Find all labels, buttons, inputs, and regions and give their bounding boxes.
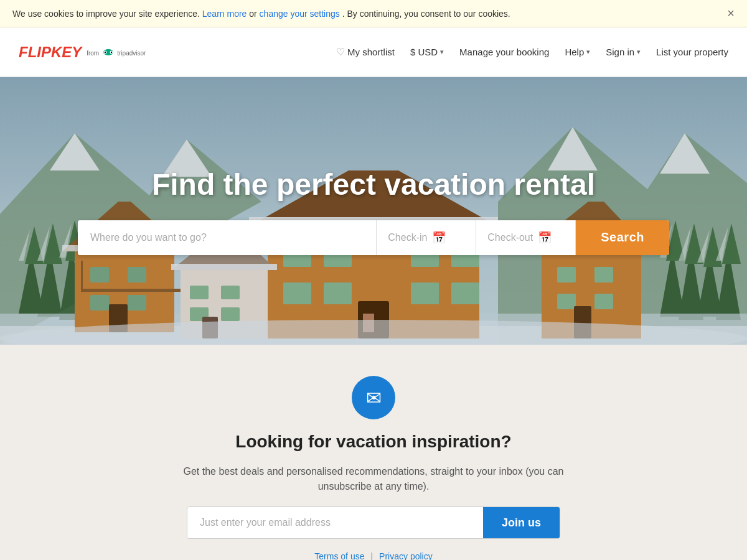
manage-booking-label: Manage your booking	[459, 47, 549, 57]
privacy-policy-link[interactable]: Privacy policy	[379, 551, 433, 560]
logo-flip: FLIP	[19, 44, 51, 61]
search-bar: Check-in 📅 Check-out 📅 Search	[78, 220, 669, 255]
learn-more-link[interactable]: Learn more	[202, 9, 247, 19]
destination-input[interactable]	[78, 220, 377, 255]
list-property-link[interactable]: List your property	[656, 47, 728, 57]
cookie-close-button[interactable]: ×	[727, 6, 735, 21]
checkout-calendar-icon: 📅	[538, 231, 552, 245]
shortlist-label: My shortlist	[347, 47, 395, 57]
email-input[interactable]	[187, 507, 483, 538]
heart-icon: ♡	[336, 46, 345, 58]
nav: ♡ My shortlist $ USD ▾ Manage your booki…	[336, 46, 728, 58]
hero-title: Find the perfect vacation rental	[152, 167, 595, 202]
svg-point-3	[105, 51, 106, 52]
help-chevron-icon: ▾	[586, 48, 590, 56]
hero-content: Find the perfect vacation rental Check-i…	[0, 77, 747, 345]
link-separator: |	[370, 551, 373, 560]
join-button[interactable]: Join us	[483, 507, 560, 538]
currency-selector[interactable]: $ USD ▾	[410, 47, 444, 57]
search-button[interactable]: Search	[576, 220, 669, 255]
currency-chevron-icon: ▾	[440, 48, 444, 56]
checkin-calendar-icon: 📅	[432, 231, 446, 245]
tripadvisor-text: tripadvisor	[117, 50, 146, 57]
sign-in-link[interactable]: Sign in ▾	[606, 47, 641, 57]
logo: FLIPKEY from tripadvisor	[19, 44, 146, 61]
header: FLIPKEY from tripadvisor ♡ My shortlist …	[0, 27, 747, 77]
terms-of-use-link[interactable]: Terms of use	[314, 551, 364, 560]
email-icon: ✉	[366, 387, 382, 409]
inspiration-title: Looking for vacation inspiration?	[235, 432, 511, 452]
inspiration-section: ✉ Looking for vacation inspiration? Get …	[0, 345, 747, 560]
sign-in-chevron-icon: ▾	[637, 48, 641, 56]
checkout-field[interactable]: Check-out 📅	[476, 220, 576, 255]
currency-label: $ USD	[410, 47, 438, 57]
svg-point-4	[111, 51, 112, 52]
checkin-label: Check-in	[388, 232, 427, 243]
email-form: Join us	[187, 506, 560, 539]
shortlist-link[interactable]: ♡ My shortlist	[336, 46, 395, 58]
logo-key: KEY	[51, 44, 82, 61]
change-settings-link[interactable]: change your settings	[260, 9, 340, 19]
email-icon-circle: ✉	[352, 376, 395, 419]
logo-tripadvisor: from tripadvisor	[85, 48, 146, 57]
footer-links: Terms of use | Privacy policy	[314, 551, 432, 560]
logo-text: FLIPKEY	[19, 44, 82, 61]
help-label: Help	[565, 47, 584, 57]
cookie-banner: We use cookies to improve your site expe…	[0, 0, 747, 27]
sign-in-label: Sign in	[606, 47, 634, 57]
cookie-text: We use cookies to improve your site expe…	[12, 9, 510, 19]
list-property-label: List your property	[656, 47, 728, 57]
help-link[interactable]: Help ▾	[565, 47, 590, 57]
tripadvisor-logo-icon	[103, 48, 114, 55]
manage-booking-link[interactable]: Manage your booking	[459, 47, 549, 57]
hero-section: Find the perfect vacation rental Check-i…	[0, 77, 747, 345]
checkin-field[interactable]: Check-in 📅	[377, 220, 476, 255]
checkout-label: Check-out	[487, 232, 533, 243]
inspiration-description: Get the best deals and personalised reco…	[156, 464, 591, 494]
